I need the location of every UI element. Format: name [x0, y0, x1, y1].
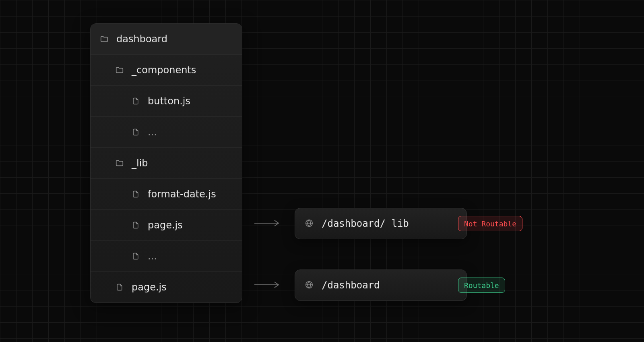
tree-components-label: _components: [132, 64, 196, 76]
arrow-icon: [254, 280, 281, 290]
file-icon: [131, 128, 140, 136]
file-tree: dashboard _components button.js ... _lib: [90, 23, 242, 303]
globe-icon: [305, 219, 314, 228]
folder-icon: [115, 66, 124, 75]
tree-root-page-label: page.js: [132, 282, 167, 293]
file-icon: [131, 190, 140, 198]
badge-not-routable-text: Not Routable: [464, 220, 516, 228]
route-path-lib: /dashboard/_lib: [322, 218, 409, 229]
tree-root-page-row: page.js: [91, 272, 242, 303]
file-icon: [115, 283, 124, 291]
route-box-root: /dashboard: [295, 269, 467, 301]
file-icon: [131, 252, 140, 260]
globe-icon: [305, 280, 314, 290]
arrow-icon: [254, 218, 281, 228]
tree-formatdate-row: format-date.js: [91, 178, 242, 209]
badge-routable-text: Routable: [464, 281, 499, 290]
tree-button-label: button.js: [148, 95, 190, 107]
file-icon: [131, 97, 140, 105]
route-path-root: /dashboard: [322, 280, 380, 291]
tree-ellipsis-label: ...: [148, 126, 157, 138]
diagram-stage: dashboard _components button.js ... _lib: [0, 0, 644, 342]
folder-icon: [99, 35, 109, 44]
tree-lib-label: _lib: [132, 158, 148, 169]
tree-root-label: dashboard: [116, 33, 167, 45]
folder-icon: [115, 159, 124, 168]
badge-not-routable: Not Routable: [458, 216, 522, 231]
tree-ellipsis2-row: ...: [91, 240, 242, 272]
route-box-lib: /dashboard/_lib: [295, 208, 467, 239]
tree-lib-page-label: page.js: [148, 220, 183, 231]
badge-routable: Routable: [458, 278, 505, 293]
file-icon: [131, 221, 140, 229]
tree-components-row: _components: [91, 54, 242, 85]
tree-root-row: dashboard: [91, 24, 242, 54]
tree-ellipsis-row: ...: [91, 116, 242, 147]
tree-button-row: button.js: [91, 85, 242, 116]
tree-ellipsis2-label: ...: [148, 251, 157, 262]
tree-formatdate-label: format-date.js: [148, 189, 216, 200]
tree-lib-page-row: page.js: [91, 209, 242, 240]
tree-lib-row: _lib: [91, 147, 242, 178]
